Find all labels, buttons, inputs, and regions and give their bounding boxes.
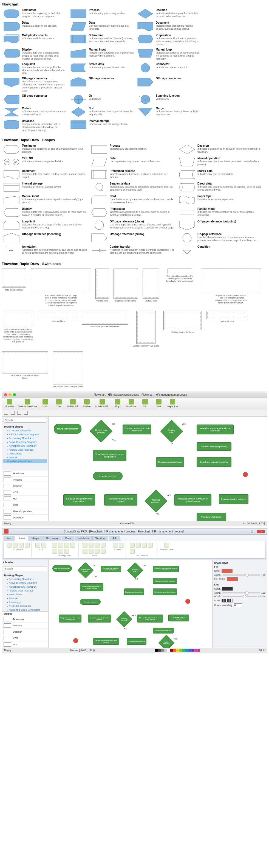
tree-item[interactable]: ▸ Active Directory Diagrams (3, 440, 47, 444)
palette-item[interactable]: Data (2, 502, 48, 508)
tree-item[interactable]: ▸ Astronomy (3, 600, 47, 604)
tool-line-icon[interactable] (24, 411, 28, 415)
flowchart-node[interactable]: Induction process (80, 599, 101, 604)
tree-item[interactable]: ▸ ATM UML Diagrams (3, 429, 47, 433)
ribbon-button[interactable] (164, 542, 169, 548)
color-swatch[interactable] (167, 649, 170, 652)
flowchart-node[interactable]: Select and appoint employee (153, 588, 177, 595)
flowchart-node[interactable]: Review reward strategies and practice (93, 638, 119, 645)
toolbar-button[interactable]: Chain (40, 399, 51, 408)
width-slider[interactable] (223, 596, 257, 597)
tree-item[interactable]: ▸ Active Directory Diagrams (3, 581, 47, 585)
color-swatch[interactable] (192, 649, 194, 652)
flowchart-node[interactable]: Conduct selection process (153, 578, 177, 584)
toolbar-button[interactable]: Browse Solutions (18, 399, 37, 408)
off-page-connector[interactable] (186, 599, 190, 604)
toolbar-button[interactable]: Tree (54, 399, 64, 408)
ribbon-button[interactable] (89, 542, 94, 548)
tree-item[interactable]: ▸ Accounting Flowcharts (3, 577, 47, 581)
ribbon-button[interactable] (82, 542, 88, 548)
second-color-swatch[interactable] (227, 577, 238, 581)
flowchart-node[interactable]: Advertise vacancy internally or external… (153, 566, 179, 572)
tree-item[interactable]: ▸ Area Charts (3, 593, 47, 596)
flowchart-node[interactable]: Engage contractor/temp (124, 588, 144, 595)
color-swatch[interactable] (176, 649, 179, 652)
toolbar-button[interactable]: Delete link (67, 399, 79, 408)
canvas[interactable]: New position requiredRecruit new person?… (48, 416, 267, 521)
palette-item[interactable]: NO (2, 496, 48, 502)
ribbon-button[interactable] (113, 542, 118, 548)
flowchart-node[interactable]: Engage contractor/temp (156, 457, 184, 467)
tree-item[interactable]: ▸ Aerospace and Transport (3, 444, 47, 448)
ribbon-button[interactable] (52, 549, 57, 554)
ribbon-button[interactable] (19, 542, 24, 548)
tree-item[interactable]: ▸ Artwork (3, 456, 47, 459)
line-style-swatch[interactable] (222, 599, 233, 602)
color-swatch[interactable] (179, 649, 182, 652)
toolbar-button[interactable]: Color (153, 399, 164, 408)
palette-item[interactable]: Decision (2, 629, 48, 635)
ribbon-button[interactable] (130, 542, 135, 548)
flowchart-node[interactable]: Move current employee to the new positio… (93, 450, 126, 461)
flowchart-node[interactable]: Induction process (93, 472, 123, 480)
flowchart-node[interactable]: New position required (54, 424, 81, 434)
toolbar-button[interactable]: Libraries (4, 399, 15, 408)
tree-item-selected[interactable]: Flowcharts Rapid Draw (3, 459, 47, 463)
toolbar-button[interactable]: Rotate & Flip (95, 399, 109, 408)
zoom-level[interactable]: 54 % (259, 649, 265, 652)
color-swatch[interactable] (197, 649, 200, 652)
flowchart-node[interactable]: Consider job analysis Job description (123, 425, 152, 434)
corner-input[interactable] (234, 603, 242, 607)
canvas[interactable]: New position requiredRecruit new person?… (48, 560, 212, 648)
flowchart-node[interactable]: Select and appoint employee (197, 457, 231, 467)
palette-item[interactable]: NO (2, 642, 48, 648)
ribbon-button[interactable] (95, 549, 100, 554)
ribbon-tab[interactable]: File (4, 536, 14, 541)
tree-item[interactable]: ▸ Area Charts (3, 452, 47, 456)
tool-pointer-icon[interactable] (4, 411, 8, 415)
minimize-button[interactable]: — (239, 530, 247, 533)
ribbon-button[interactable] (136, 542, 141, 548)
flowchart-node[interactable]: Plan and conduct individual or group tra… (137, 615, 163, 622)
palette-item[interactable]: YES (2, 489, 48, 496)
color-swatch[interactable] (194, 649, 197, 652)
fill-color-swatch[interactable] (222, 569, 233, 573)
library-tree[interactable]: Drawing Shapes ▸ Accounting Flowcharts▸ … (2, 572, 48, 611)
ribbon-button[interactable] (130, 549, 135, 554)
color-bar[interactable] (155, 649, 200, 652)
flowchart-node[interactable]: Evaluate training outcome (219, 494, 248, 504)
palette-item[interactable]: Document (2, 515, 48, 521)
ribbon-button[interactable] (64, 542, 69, 548)
palette-item[interactable]: Process (2, 477, 48, 483)
toolbar-button[interactable]: Align (112, 399, 123, 408)
flowchart-node[interactable]: Undertake training needs analysis (88, 615, 111, 622)
close-icon[interactable] (4, 393, 7, 396)
ribbon-tab[interactable]: Solutions (75, 536, 92, 541)
search-input[interactable] (3, 418, 47, 423)
ribbon-button[interactable] (58, 549, 63, 554)
off-page-connector[interactable] (73, 638, 78, 643)
flowchart-node[interactable]: Advertise vacancy internally or external… (197, 425, 234, 434)
line-color-swatch[interactable] (222, 587, 233, 591)
ribbon-tab[interactable]: Window (92, 536, 108, 541)
ribbon-button[interactable] (12, 542, 18, 548)
tree-item[interactable]: ▸ Audio and Video Connectors (3, 608, 47, 611)
ribbon-button[interactable] (142, 542, 147, 548)
flowchart-node[interactable]: Set goals and performance expectations (63, 494, 95, 505)
color-swatch[interactable] (158, 649, 161, 652)
flowchart-node[interactable]: Skills achieved? (158, 634, 174, 648)
tool-rect-icon[interactable] (11, 411, 14, 415)
ribbon-button[interactable] (101, 549, 106, 554)
palette-item[interactable]: YES (2, 635, 48, 642)
ribbon-button[interactable] (119, 542, 124, 548)
toolbar-button[interactable]: Grid (140, 399, 150, 408)
maximize-button[interactable]: ▢ (248, 530, 256, 533)
zoom-icon[interactable] (13, 393, 16, 396)
color-swatch[interactable] (186, 649, 188, 652)
tree-item[interactable]: ▸ AWS Architecture Diagrams (3, 433, 47, 436)
ribbon-tab[interactable]: Shape (29, 536, 42, 541)
tree-item[interactable]: ▸ Accounting Flowcharts (3, 436, 47, 440)
minimize-icon[interactable] (8, 393, 11, 396)
flowchart-node[interactable]: Undertake training needs analysis (104, 494, 138, 505)
ribbon-button[interactable] (64, 549, 69, 554)
